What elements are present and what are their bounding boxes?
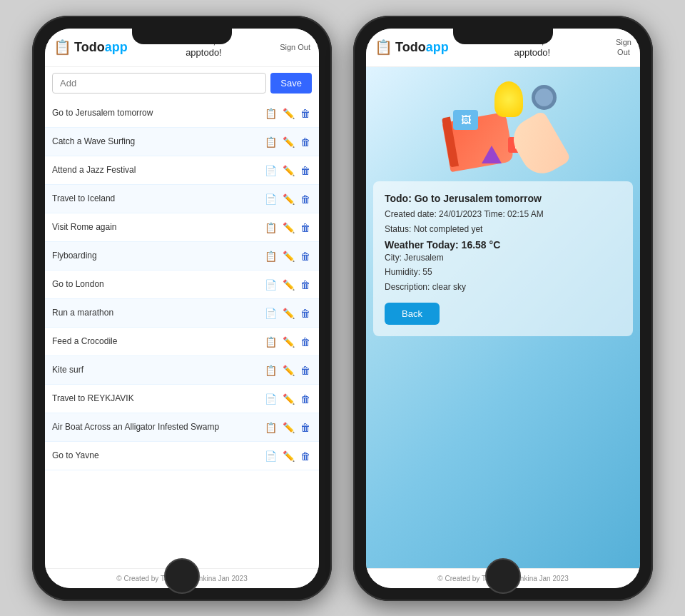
todo-actions: 📄 ✏️ 🗑 <box>263 278 312 292</box>
edit-icon[interactable]: ✏️ <box>281 192 296 206</box>
delete-icon[interactable]: 🗑 <box>299 363 312 378</box>
edit-icon[interactable]: ✏️ <box>281 363 296 378</box>
phone-notch-left <box>132 29 232 44</box>
detail-illustration: 🖼 ✓ ▶ <box>366 67 640 181</box>
delete-icon[interactable]: 🗑 <box>299 163 312 178</box>
todo-actions: 📋 ✏️ 🗑 <box>263 106 312 121</box>
home-button-left[interactable] <box>164 558 200 594</box>
todo-text: Travel to Iceland <box>52 193 263 205</box>
todo-text: Travel to REYKJAVIK <box>52 393 263 405</box>
view-icon[interactable]: 📄 <box>263 278 278 292</box>
todo-actions: 📋 ✏️ 🗑 <box>263 221 312 235</box>
detail-weather: Weather Today: 16.58 °C <box>385 239 621 251</box>
detail-background: 🖼 ✓ ▶ Todo: Go to Jerusalem tomorrow Cre… <box>366 67 640 567</box>
edit-icon[interactable]: ✏️ <box>281 449 296 463</box>
todo-actions: 📄 ✏️ 🗑 <box>263 192 312 206</box>
edit-icon[interactable]: ✏️ <box>281 306 296 320</box>
detail-humidity: Humidity: 55 <box>385 265 621 279</box>
edit-icon[interactable]: ✏️ <box>281 392 296 406</box>
todo-text: Flyboarding <box>52 251 263 262</box>
todo-item: Attend a Jazz Festival 📄 ✏️ 🗑 <box>45 156 319 185</box>
view-icon[interactable]: 📄 <box>263 192 278 206</box>
todo-item: Feed a Crocodile 📋 ✏️ 🗑 <box>45 328 319 356</box>
view-icon[interactable]: 📋 <box>263 363 278 378</box>
edit-icon[interactable]: ✏️ <box>281 163 296 178</box>
view-icon[interactable]: 📋 <box>263 221 278 235</box>
edit-icon[interactable]: ✏️ <box>281 106 296 121</box>
detail-created-date: Created date: 24/01/2023 Time: 02:15 AM <box>385 207 621 221</box>
add-row: Save <box>45 67 319 99</box>
view-icon[interactable]: 📋 <box>263 106 278 121</box>
sign-out-button-left[interactable]: Sign Out <box>280 42 310 52</box>
todo-item: Flyboarding 📋 ✏️ 🗑 <box>45 242 319 271</box>
home-button-right[interactable] <box>485 558 521 594</box>
right-phone: 📋 Todoapp Hello, apptodo! SignOut 🖼 ✓ ▶ <box>353 16 653 601</box>
delete-icon[interactable]: 🗑 <box>299 335 312 349</box>
view-icon[interactable]: 📋 <box>263 335 278 349</box>
illustration-container: 🖼 ✓ ▶ <box>446 81 560 174</box>
delete-icon[interactable]: 🗑 <box>299 278 312 292</box>
todo-item: Run a marathon 📄 ✏️ 🗑 <box>45 299 319 328</box>
todo-item: Go to Jerusalem tomorrow 📋 ✏️ 🗑 <box>45 99 319 128</box>
delete-icon[interactable]: 🗑 <box>299 449 312 463</box>
edit-icon[interactable]: ✏️ <box>281 420 296 435</box>
right-phone-screen: 📋 Todoapp Hello, apptodo! SignOut 🖼 ✓ ▶ <box>366 29 640 588</box>
edit-icon[interactable]: ✏️ <box>281 335 296 349</box>
logo-todo-left: Todo <box>74 40 105 55</box>
back-button[interactable]: Back <box>385 303 440 325</box>
detail-content: Todo: Go to Jerusalem tomorrow Created d… <box>373 181 633 336</box>
todo-text: Kite surf <box>52 365 263 376</box>
todo-item: Kite surf 📋 ✏️ 🗑 <box>45 356 319 385</box>
save-button[interactable]: Save <box>270 73 312 94</box>
logo-icon-left: 📋 <box>54 39 71 56</box>
delete-icon[interactable]: 🗑 <box>299 106 312 121</box>
todo-actions: 📄 ✏️ 🗑 <box>263 449 312 463</box>
left-phone-screen: 📋 Todoapp Hello, apptodo! Sign Out Save … <box>45 29 319 588</box>
view-icon[interactable]: 📋 <box>263 135 278 149</box>
delete-icon[interactable]: 🗑 <box>299 192 312 206</box>
delete-icon[interactable]: 🗑 <box>299 392 312 406</box>
todo-actions: 📋 ✏️ 🗑 <box>263 135 312 149</box>
view-icon[interactable]: 📄 <box>263 392 278 406</box>
todo-text: Air Boat Across an Alligator Infested Sw… <box>52 422 263 433</box>
view-icon[interactable]: 📄 <box>263 306 278 320</box>
logo-app-left: app <box>105 40 128 55</box>
delete-icon[interactable]: 🗑 <box>299 306 312 320</box>
todo-actions: 📄 ✏️ 🗑 <box>263 163 312 178</box>
delete-icon[interactable]: 🗑 <box>299 135 312 149</box>
edit-icon[interactable]: ✏️ <box>281 249 296 263</box>
view-icon[interactable]: 📋 <box>263 249 278 263</box>
todo-text: Catch a Wave Surfing <box>52 136 263 148</box>
todo-text: Attend a Jazz Festival <box>52 165 263 176</box>
add-input[interactable] <box>52 73 266 94</box>
todo-item: Visit Rome again 📋 ✏️ 🗑 <box>45 213 319 242</box>
todo-item: Travel to REYKJAVIK 📄 ✏️ 🗑 <box>45 385 319 413</box>
phone-notch-right <box>453 29 553 44</box>
logo-app-right: app <box>426 40 449 55</box>
illus-bulb <box>494 81 523 117</box>
todo-text: Feed a Crocodile <box>52 336 263 348</box>
todo-text: Go to London <box>52 279 263 291</box>
logo-icon-right: 📋 <box>375 39 392 56</box>
illus-gear <box>532 85 557 110</box>
edit-icon[interactable]: ✏️ <box>281 135 296 149</box>
todo-text: Go to Yavne <box>52 450 263 462</box>
todo-actions: 📋 ✏️ 🗑 <box>263 363 312 378</box>
todo-item: Go to Yavne 📄 ✏️ 🗑 <box>45 442 319 470</box>
sign-out-button-right[interactable]: SignOut <box>616 37 631 58</box>
todo-actions: 📋 ✏️ 🗑 <box>263 249 312 263</box>
delete-icon[interactable]: 🗑 <box>299 420 312 435</box>
view-icon[interactable]: 📄 <box>263 449 278 463</box>
edit-icon[interactable]: ✏️ <box>281 221 296 235</box>
app-logo-right: 📋 Todoapp <box>375 39 449 56</box>
edit-icon[interactable]: ✏️ <box>281 278 296 292</box>
delete-icon[interactable]: 🗑 <box>299 249 312 263</box>
illus-triangle <box>482 146 502 163</box>
logo-todo-right: Todo <box>395 40 426 55</box>
todo-actions: 📄 ✏️ 🗑 <box>263 306 312 320</box>
view-icon[interactable]: 📄 <box>263 163 278 178</box>
delete-icon[interactable]: 🗑 <box>299 221 312 235</box>
todo-text: Visit Rome again <box>52 222 263 233</box>
view-icon[interactable]: 📋 <box>263 420 278 435</box>
todo-text: Go to Jerusalem tomorrow <box>52 108 263 119</box>
